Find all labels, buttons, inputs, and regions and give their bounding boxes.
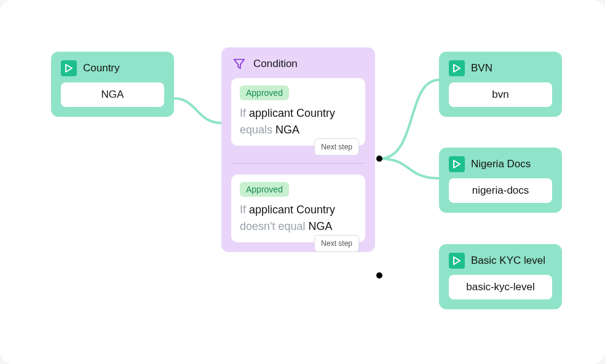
node-title: Nigeria Docs xyxy=(471,158,531,170)
workflow-canvas: Country NGA Condition Approved If applic… xyxy=(0,0,605,364)
value-box: basic-kyc-level xyxy=(449,275,552,299)
divider xyxy=(231,163,365,164)
node-header: Condition xyxy=(231,56,365,72)
input-node-country[interactable]: Country NGA xyxy=(51,52,174,117)
node-title: Basic KYC level xyxy=(471,255,545,267)
output-node-basic-kyc[interactable]: Basic KYC level basic-kyc-level xyxy=(439,244,562,309)
output-node-nigeria-docs[interactable]: Nigeria Docs nigeria-docs xyxy=(439,148,562,213)
play-icon xyxy=(449,156,465,172)
node-header: Nigeria Docs xyxy=(449,156,552,172)
next-step-button[interactable]: Next step xyxy=(314,235,359,252)
port-dot xyxy=(376,156,382,162)
node-title: Condition xyxy=(253,58,298,70)
funnel-icon xyxy=(231,56,247,72)
value-box: NGA xyxy=(61,82,164,107)
rule-card: Approved If applicant Country equals NGA… xyxy=(231,78,365,146)
play-icon xyxy=(449,253,465,269)
rule-text: If applicant Country doesn't equal NGA xyxy=(240,202,357,235)
node-title: BVN xyxy=(471,62,492,74)
output-node-bvn[interactable]: BVN bvn xyxy=(439,52,562,117)
node-title: Country xyxy=(83,62,120,74)
node-header: Basic KYC level xyxy=(449,253,552,269)
status-badge: Approved xyxy=(240,182,289,197)
value-box: nigeria-docs xyxy=(449,178,552,203)
rule-card: Approved If applicant Country doesn't eq… xyxy=(231,175,365,242)
condition-node[interactable]: Condition Approved If applicant Country … xyxy=(221,47,375,252)
node-header: BVN xyxy=(449,60,552,76)
play-icon xyxy=(61,60,77,76)
node-header: Country xyxy=(61,60,164,76)
status-badge: Approved xyxy=(240,85,289,100)
play-icon xyxy=(449,60,465,76)
port-dot xyxy=(376,272,382,279)
value-box: bvn xyxy=(449,82,552,107)
next-step-button[interactable]: Next step xyxy=(314,138,359,156)
rule-text: If applicant Country equals NGA xyxy=(240,105,357,138)
